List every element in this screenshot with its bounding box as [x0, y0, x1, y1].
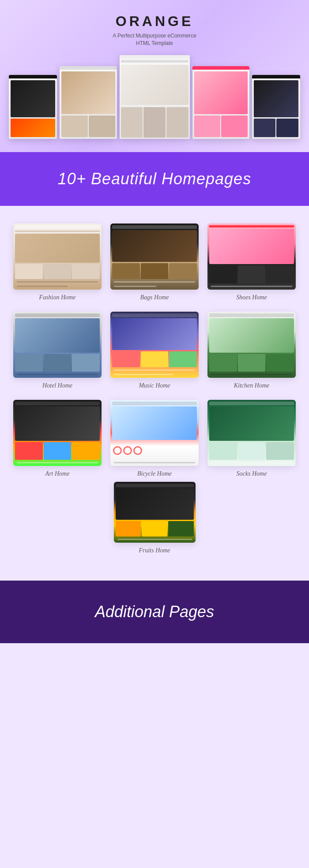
fruits-home-label: Fruits Home: [139, 547, 170, 554]
home-item-bags: Bags Home: [110, 224, 199, 301]
socks-home-label: Socks Home: [237, 470, 267, 477]
home-item-bicycle: Bicycle Home: [110, 400, 199, 477]
preview-bags[interactable]: [110, 224, 199, 290]
logo-label: ORANGE: [116, 13, 193, 29]
banner1-text: 10+ Beautiful Homepages: [58, 170, 251, 188]
home-item-hotel: Hotel Home: [13, 312, 102, 389]
hero-screenshot-dark: [252, 75, 300, 139]
additional-pages-banner: Additional Pages: [0, 581, 309, 643]
preview-art[interactable]: [13, 400, 102, 466]
kitchen-home-label: Kitchen Home: [234, 382, 269, 389]
homepages-grid: Fashion Home Bags Home: [13, 224, 296, 477]
hero-screenshot-shoes: [192, 66, 249, 139]
home-item-fruits: Fruits Home: [110, 482, 199, 555]
preview-bicycle[interactable]: [110, 400, 199, 466]
subtitle-line1: A Perfect Multipurpose eCommerce: [113, 33, 196, 39]
home-item-art: Art Home: [13, 400, 102, 477]
preview-fashion[interactable]: [13, 224, 102, 290]
home-item-fashion: Fashion Home: [13, 224, 102, 301]
home-item-music: Music Home: [110, 312, 199, 389]
bicycle-home-label: Bicycle Home: [137, 470, 172, 477]
preview-hotel[interactable]: [13, 312, 102, 378]
music-home-label: Music Home: [139, 382, 170, 389]
preview-fruits[interactable]: [114, 482, 196, 543]
art-home-label: Art Home: [45, 470, 70, 477]
home-item-shoes: Shoes Home: [207, 224, 296, 301]
hero-subtitle: A Perfect Multipurpose eCommerce HTML Te…: [9, 32, 300, 47]
hotel-home-label: Hotel Home: [42, 382, 72, 389]
preview-music[interactable]: [110, 312, 199, 378]
hero-screenshots-collage: [9, 55, 300, 139]
home-item-kitchen: Kitchen Home: [207, 312, 296, 389]
preview-shoes[interactable]: [207, 224, 296, 290]
logo-text: ORANGE: [116, 13, 193, 29]
hero-screenshot-center: [120, 55, 190, 139]
shoes-home-label: Shoes Home: [236, 294, 267, 301]
beautiful-homepages-banner: 10+ Beautiful Homepages: [0, 152, 309, 206]
preview-kitchen[interactable]: [207, 312, 296, 378]
preview-socks[interactable]: [207, 400, 296, 466]
fashion-home-label: Fashion Home: [39, 294, 76, 301]
hero-screenshot-art: [9, 75, 57, 139]
hero-section: ORANGE A Perfect Multipurpose eCommerce …: [0, 0, 309, 152]
homepages-section: Fashion Home Bags Home: [0, 206, 309, 572]
banner2-text: Additional Pages: [95, 603, 214, 621]
subtitle-line2: HTML Template: [136, 40, 173, 46]
home-item-socks: Socks Home: [207, 400, 296, 477]
bags-home-label: Bags Home: [140, 294, 169, 301]
brand-logo: ORANGE: [9, 13, 300, 30]
hero-screenshot-fashion: [60, 66, 117, 139]
